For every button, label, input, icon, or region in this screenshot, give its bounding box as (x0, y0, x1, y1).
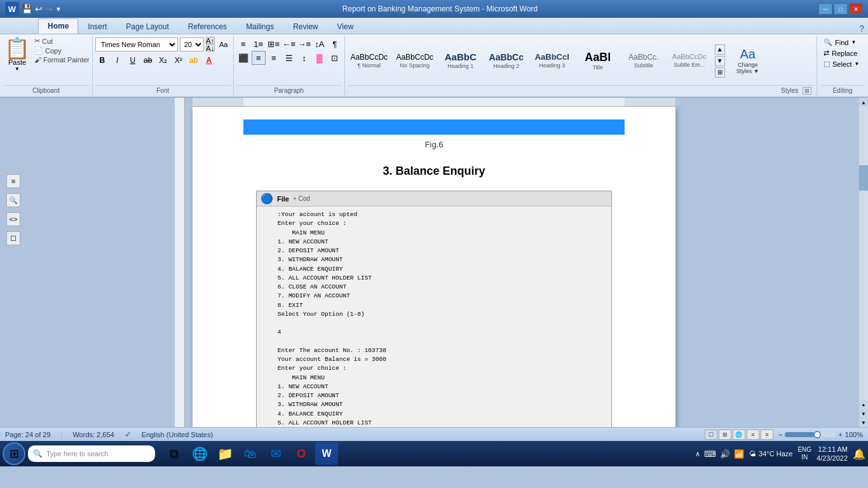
web-layout-view[interactable]: 🌐 (733, 430, 745, 440)
styles-scroll-down[interactable]: ▼ (715, 56, 725, 66)
scroll-track[interactable] (859, 107, 868, 400)
paste-button[interactable]: 📋 Paste ▼ (3, 37, 32, 73)
font-name-select[interactable]: Times New Roman (95, 37, 178, 51)
cut-button[interactable]: ✂ Cut (34, 37, 90, 45)
proofing-icon[interactable]: ✓ (125, 430, 132, 439)
line-spacing-button[interactable]: ↕ (297, 51, 311, 65)
left-tool-3[interactable]: <> (6, 212, 20, 226)
zoom-out-icon[interactable]: − (778, 431, 782, 438)
full-screen-view[interactable]: ⊞ (719, 430, 731, 440)
scroll-thumb[interactable] (859, 165, 868, 191)
styles-more[interactable]: ⊞ (715, 67, 725, 78)
styles-scroll-up[interactable]: ▲ (715, 44, 725, 55)
align-right-button[interactable]: ≡ (267, 51, 281, 65)
draft-view[interactable]: ≡ (761, 430, 773, 440)
change-styles-button[interactable]: Aa ChangeStyles ▼ (729, 44, 767, 78)
increase-indent-button[interactable]: →≡ (297, 37, 311, 51)
style-subem-button[interactable]: AaBbCcDc Subtle Em... (668, 40, 711, 81)
align-center-button[interactable]: ≡ (252, 51, 266, 65)
bold-button[interactable]: B (95, 53, 109, 67)
text-highlight-button[interactable]: ab (187, 53, 201, 67)
style-h3-button[interactable]: AaBbCcI Heading 3 (531, 40, 574, 81)
select-arrow[interactable]: ▼ (855, 61, 860, 67)
find-button[interactable]: 🔍 Find ▼ (821, 37, 864, 48)
format-painter-button[interactable]: 🖌 Format Painter (34, 56, 90, 64)
tab-review[interactable]: Review (283, 19, 327, 34)
print-layout-view[interactable]: ☐ (705, 430, 717, 440)
bullets-button[interactable]: ≡ (236, 37, 250, 51)
quick-redo[interactable]: ↪ (45, 4, 53, 14)
scroll-bottom-btn2[interactable]: ▼ (859, 409, 868, 418)
maximize-button[interactable]: □ (834, 3, 848, 15)
notification-button[interactable]: 🔔 (853, 448, 865, 460)
show-formatting-button[interactable]: ¶ (328, 37, 342, 51)
style-nospace-button[interactable]: AaBbCcDc No Spacing (393, 40, 437, 81)
style-h1-button[interactable]: AaBbC Heading 1 (439, 40, 482, 81)
find-arrow[interactable]: ▼ (851, 39, 856, 45)
time-display[interactable]: 12:11 AM 4/23/2022 (817, 445, 848, 463)
outline-view[interactable]: ≡ (747, 430, 759, 440)
style-h2-button[interactable]: AaBbCc Heading 2 (485, 40, 528, 81)
file-explorer-button[interactable]: 📁 (214, 442, 236, 465)
tray-arrow[interactable]: ∧ (695, 450, 700, 458)
taskview-button[interactable]: ⧉ (163, 442, 186, 465)
language-info[interactable]: English (United States) (142, 431, 214, 438)
paste-dropdown-arrow[interactable]: ▼ (15, 66, 20, 72)
strikethrough-button[interactable]: ab (141, 53, 155, 67)
italic-button[interactable]: I (111, 53, 125, 67)
font-shrink-button[interactable]: A↓ (206, 44, 215, 51)
styles-dialog-launcher[interactable]: ⊞ (803, 87, 811, 95)
section-heading[interactable]: 3. Balance Enquiry (243, 165, 625, 178)
keyboard-icon[interactable]: ⌨ (704, 449, 716, 459)
word-logo[interactable]: W (5, 2, 19, 16)
superscript-button[interactable]: X² (172, 53, 186, 67)
select-button[interactable]: ⬚ Select ▼ (821, 58, 864, 69)
sort-button[interactable]: ↕A (313, 37, 327, 51)
opera-button[interactable]: O (290, 442, 313, 465)
tab-references[interactable]: References (179, 19, 236, 34)
multilevel-button[interactable]: ⊞≡ (267, 37, 281, 51)
word-taskbar-button[interactable]: W (315, 442, 338, 465)
network-icon[interactable]: 📶 (734, 449, 744, 459)
start-button[interactable]: ⊞ (3, 442, 25, 465)
file-menu-label[interactable]: File (277, 195, 289, 203)
scroll-down-arrow[interactable]: ▼ (859, 418, 868, 427)
style-subtitle-button[interactable]: AaBbCc. Subtitle (622, 40, 665, 81)
left-tool-2[interactable]: 🔍 (6, 193, 20, 207)
mail-button[interactable]: ✉ (264, 442, 287, 465)
copy-button[interactable]: 📄 Copy (34, 46, 90, 55)
align-left-button[interactable]: ⬛ (236, 51, 250, 65)
style-normal-button[interactable]: AaBbCcDc ¶ Normal (348, 40, 391, 81)
volume-icon[interactable]: 🔊 (720, 449, 730, 459)
left-tool-4[interactable]: ☐ (6, 231, 20, 245)
tab-mailings[interactable]: Mailings (236, 19, 283, 34)
quick-save[interactable]: 💾 (22, 4, 32, 14)
underline-button[interactable]: U (126, 53, 140, 67)
font-size-select[interactable]: 20 (180, 37, 204, 51)
quick-undo[interactable]: ↩ (35, 4, 43, 14)
close-button[interactable]: ✕ (849, 3, 863, 15)
tab-view[interactable]: View (328, 19, 363, 34)
zoom-in-icon[interactable]: + (838, 431, 842, 438)
shading-button[interactable]: ▓ (313, 51, 327, 65)
style-title-button[interactable]: AaBl Title (576, 40, 620, 81)
clear-format-button[interactable]: Aa (217, 37, 231, 51)
borders-button[interactable]: ⊡ (328, 51, 342, 65)
justify-button[interactable]: ☰ (282, 51, 296, 65)
scroll-bottom-btn1[interactable]: ● (859, 400, 868, 409)
decrease-indent-button[interactable]: ←≡ (282, 37, 296, 51)
left-tool-1[interactable]: ≡ (6, 174, 20, 188)
numbering-button[interactable]: 1≡ (252, 37, 266, 51)
edge-button[interactable]: 🌐 (188, 442, 211, 465)
tab-pagelayout[interactable]: Page Layout (116, 19, 178, 34)
replace-button[interactable]: ⇄ Replace (821, 48, 864, 58)
tab-insert[interactable]: Insert (78, 19, 116, 34)
font-grow-button[interactable]: A↑ (206, 37, 215, 44)
font-color-button[interactable]: A (202, 53, 216, 67)
zoom-slider[interactable]: − + 100% (778, 431, 863, 438)
scroll-up-arrow[interactable]: ▲ (859, 98, 868, 107)
store-button[interactable]: 🛍 (239, 442, 262, 465)
minimize-button[interactable]: ─ (818, 3, 832, 15)
subscript-button[interactable]: X₂ (156, 53, 170, 67)
taskbar-search[interactable]: 🔍 Type here to search (28, 445, 155, 462)
